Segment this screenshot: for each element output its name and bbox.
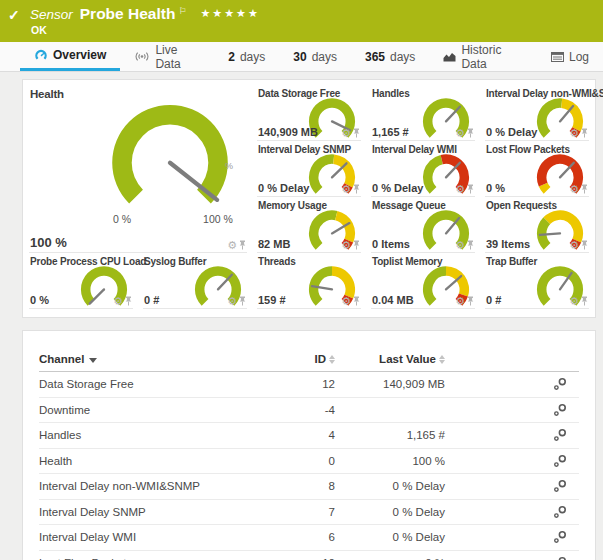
column-label: Last Value	[379, 353, 436, 365]
tab-365-days[interactable]: 365days	[351, 42, 429, 71]
gear-icon[interactable]: ⚙	[341, 184, 351, 194]
gear-icon[interactable]: ⚙	[227, 240, 237, 250]
sort-arrows-icon	[439, 355, 445, 364]
channel-settings-icon[interactable]	[553, 403, 567, 417]
gear-icon[interactable]: ⚙	[455, 128, 465, 138]
gear-icon[interactable]: ⚙	[341, 296, 351, 306]
gear-icon[interactable]: ⚙	[227, 296, 237, 306]
pin-icon[interactable]	[239, 296, 246, 306]
pin-icon[interactable]	[581, 296, 588, 306]
tab-overview[interactable]: Overview	[20, 42, 120, 71]
gear-icon[interactable]: ⚙	[455, 184, 465, 194]
gear-icon[interactable]: ⚙	[569, 296, 579, 306]
gauge-value: 39 Items	[486, 238, 530, 250]
pin-icon[interactable]	[581, 128, 588, 138]
channel-last-value: 100 %	[412, 455, 445, 467]
pin-icon[interactable]	[353, 296, 360, 306]
channel-settings-icon[interactable]	[553, 556, 567, 560]
pin-icon[interactable]	[581, 240, 588, 250]
gauge-tile: Open Requests39 Items⚙	[485, 197, 589, 253]
gauge-value: 0 #	[144, 294, 159, 306]
gear-icon[interactable]: ⚙	[455, 296, 465, 306]
channel-settings-icon[interactable]	[553, 428, 567, 442]
gauge-tile: Handles1,165 #⚙	[371, 85, 475, 141]
health-gauge-tile: Health % 0 % 100 % 100 % ⚙	[29, 85, 247, 253]
tab-30-days[interactable]: 30days	[279, 42, 351, 71]
tab-log[interactable]: Log	[537, 42, 603, 71]
tab-label: Overview	[53, 48, 106, 62]
gear-icon[interactable]: ⚙	[569, 184, 579, 194]
status-check-icon: ✓	[8, 7, 20, 23]
channel-name: Handles	[39, 429, 81, 441]
gauge-label: Threads	[258, 256, 296, 267]
tab-2-days[interactable]: 2days	[214, 42, 279, 71]
pin-icon[interactable]	[353, 128, 360, 138]
column-header-id[interactable]: ID	[245, 353, 335, 365]
gauge-tile: Toplist Memory0.04 MB⚙	[371, 253, 475, 309]
gauge-icon	[34, 49, 48, 62]
gauge-tile: Threads159 #⚙	[257, 253, 361, 309]
gauge-tile: Syslog Buffer0 #⚙	[143, 253, 247, 309]
gear-icon[interactable]: ⚙	[569, 128, 579, 138]
channel-id: -4	[325, 404, 335, 416]
tab-historic-data[interactable]: Historic Data	[429, 42, 537, 71]
channel-last-value: 0 % Delay	[393, 480, 445, 492]
column-label: Channel	[39, 353, 84, 365]
gear-icon[interactable]: ⚙	[341, 240, 351, 250]
pin-icon[interactable]	[467, 296, 474, 306]
gauge-tile: Interval Delay SNMP0 % Delay⚙	[257, 141, 361, 197]
tab-live-data[interactable]: Live Data	[120, 42, 214, 71]
column-header-channel[interactable]: Channel	[39, 353, 245, 365]
pin-icon[interactable]	[353, 240, 360, 250]
channel-name: Interval Delay SNMP	[39, 506, 146, 518]
channel-name: Interval Delay WMI	[39, 531, 136, 543]
gear-icon[interactable]: ⚙	[569, 240, 579, 250]
gauge-tile: Data Storage Free140,909 MB⚙	[257, 85, 361, 141]
gauge-unit-label: %	[225, 161, 233, 171]
gauge-tile: Interval Delay non-WMI&SNMP0 % Delay⚙	[485, 85, 589, 141]
tab-label: Log	[569, 50, 589, 64]
channel-settings-icon[interactable]	[553, 377, 567, 391]
channel-settings-icon[interactable]	[553, 505, 567, 519]
live-data-icon	[134, 51, 150, 62]
gauges-panel: Health % 0 % 100 % 100 % ⚙ Data Storage …	[22, 79, 596, 318]
channel-last-value: 140,909 MB	[383, 378, 445, 390]
gauge-value: 0 % Delay	[486, 126, 537, 138]
gauge-value: 0 Items	[372, 238, 410, 250]
pin-icon[interactable]	[239, 240, 246, 250]
gear-icon[interactable]: ⚙	[341, 128, 351, 138]
status-badge: OK	[31, 24, 47, 36]
gear-icon[interactable]: ⚙	[455, 240, 465, 250]
gauge-value: 159 #	[258, 294, 286, 306]
page-title: Probe Health	[80, 5, 176, 23]
tab-label: days	[240, 50, 265, 64]
pin-icon[interactable]	[353, 184, 360, 194]
gauge-value: 82 MB	[258, 238, 290, 250]
gauge-tile: Trap Buffer0 #⚙	[485, 253, 589, 309]
sensor-kind-label: Sensor	[30, 7, 73, 22]
channel-settings-icon[interactable]	[553, 530, 567, 544]
tab-label: Historic Data	[461, 43, 523, 71]
gauge-tile: Probe Process CPU Load0 %⚙	[29, 253, 133, 309]
gauges-grid: Health % 0 % 100 % 100 % ⚙ Data Storage …	[29, 85, 589, 309]
pin-icon[interactable]	[467, 184, 474, 194]
gauge-scale-min: 0 %	[102, 213, 142, 225]
pin-icon[interactable]	[467, 128, 474, 138]
table-row: Interval Delay non-WMI&SNMP80 % Delay	[39, 474, 579, 500]
table-row: Downtime-4	[39, 398, 579, 424]
tab-bar: OverviewLive Data2days30days365daysHisto…	[0, 42, 603, 72]
pin-icon[interactable]	[467, 240, 474, 250]
gauge-value: 0 % Delay	[372, 182, 423, 194]
tab-number: 30	[293, 50, 306, 64]
channel-settings-icon[interactable]	[553, 479, 567, 493]
pin-icon[interactable]	[125, 296, 132, 306]
gauge-value: 100 %	[30, 235, 67, 250]
gear-icon[interactable]: ⚙	[113, 296, 123, 306]
priority-stars[interactable]: ★★★★★	[200, 7, 259, 20]
column-header-last-value[interactable]: Last Value	[335, 353, 457, 365]
pin-icon[interactable]	[581, 184, 588, 194]
log-icon	[551, 52, 564, 62]
table-body: Data Storage Free12140,909 MBDowntime-4H…	[39, 372, 579, 560]
channel-name: Data Storage Free	[39, 378, 134, 390]
channel-settings-icon[interactable]	[553, 454, 567, 468]
